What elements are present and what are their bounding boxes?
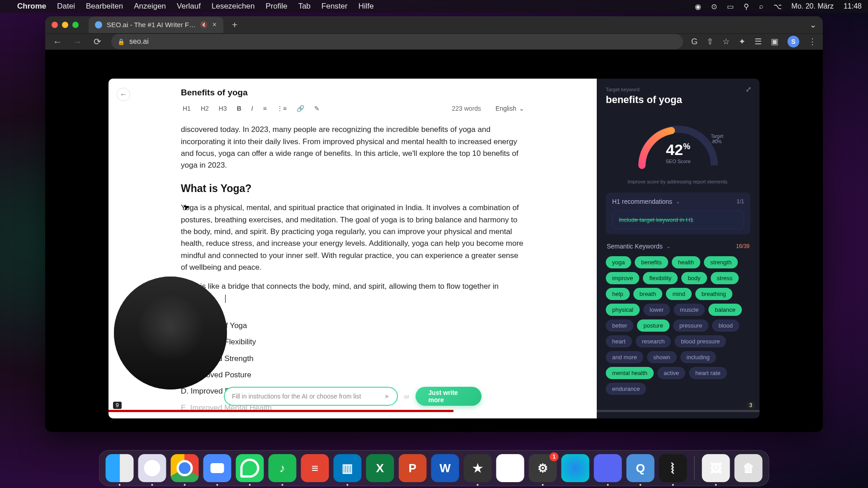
keyword-pill[interactable]: mind [666, 288, 691, 300]
tabs-dropdown-icon[interactable]: ⌄ [810, 20, 816, 30]
dock-preview-icon[interactable]: 🖼 [702, 454, 730, 482]
keyword-pill[interactable]: body [681, 272, 707, 284]
new-tab-button[interactable]: + [228, 18, 241, 32]
wifi-icon[interactable]: ⚲ [744, 2, 749, 11]
menu-tab[interactable]: Tab [298, 2, 311, 11]
dock-trello-icon[interactable]: ▥ [334, 454, 362, 482]
toolbar-h2[interactable]: H2 [199, 104, 211, 113]
menubar-time[interactable]: 11:48 [844, 2, 862, 10]
video-timeline[interactable]: 9 3 [108, 410, 760, 412]
keyword-pill[interactable]: research [636, 335, 671, 347]
keyword-pill[interactable]: strength [704, 256, 738, 268]
menubar-date[interactable]: Mo. 20. März [792, 2, 834, 10]
dock-discord-icon[interactable] [594, 454, 622, 482]
keyword-pill[interactable]: health [672, 256, 700, 268]
keyword-pill[interactable]: blood [712, 319, 739, 332]
dock-safari-icon[interactable] [138, 454, 166, 482]
control-center-icon[interactable]: ⌥ [774, 2, 782, 11]
toolbar-bold[interactable]: B [235, 104, 243, 113]
dock-spotify-icon[interactable]: ♪ [269, 454, 297, 482]
window-minimize-button[interactable] [62, 22, 68, 28]
browser-tab[interactable]: SEO.ai - The #1 AI Writer F… 🔇 ✕ [89, 17, 223, 33]
menu-datei[interactable]: Datei [57, 2, 75, 11]
menu-profile[interactable]: Profile [265, 2, 287, 11]
menu-bearbeiten[interactable]: Bearbeiten [86, 2, 123, 11]
nav-back-button[interactable]: ← [52, 37, 63, 47]
language-selector[interactable]: English ⌄ [495, 105, 524, 112]
nav-forward-button[interactable]: → [71, 37, 83, 47]
tab-mute-icon[interactable]: 🔇 [200, 21, 208, 28]
dock-voice-memos-icon[interactable]: ⦚ [659, 454, 687, 482]
dock-whatsapp-icon[interactable] [236, 454, 264, 482]
chrome-menu-icon[interactable]: ⋮ [808, 37, 816, 47]
menu-fenster[interactable]: Fenster [321, 2, 348, 11]
active-app-name[interactable]: Chrome [17, 2, 46, 11]
sidebar-expand-icon[interactable]: ⤢ [745, 85, 751, 94]
google-lens-icon[interactable]: G [691, 37, 698, 47]
toolbar-ordered-list-icon[interactable]: ≡ [261, 104, 269, 113]
dock-finder-icon[interactable] [106, 454, 134, 482]
dock-drive-icon[interactable]: ▲ [496, 454, 524, 482]
dock-zoom-icon[interactable] [203, 454, 231, 482]
document-body[interactable]: discovered today. In 2023, many people a… [181, 117, 524, 414]
outline-item[interactable]: C. Improved Posture [181, 369, 524, 381]
dock-settings-icon[interactable]: ⚙1 [529, 454, 557, 482]
document-title[interactable]: Benefits of yoga [181, 88, 524, 102]
dock-siri-icon[interactable] [561, 454, 590, 482]
record-icon[interactable]: ◉ [695, 2, 701, 11]
profile-avatar[interactable]: S [788, 36, 799, 47]
keyword-pill[interactable]: lower [643, 304, 670, 316]
keyword-pill[interactable]: balance [708, 304, 742, 316]
toolbar-ai-icon[interactable]: ✎ [312, 104, 321, 113]
menu-anzeigen[interactable]: Anzeigen [134, 2, 166, 11]
ai-prompt-input[interactable]: Fill in instructions for the AI or choos… [224, 387, 398, 406]
keyword-pill[interactable]: breathing [695, 288, 732, 300]
play-status-icon[interactable]: ⊙ [711, 2, 717, 11]
menu-verlauf[interactable]: Verlauf [177, 2, 201, 11]
paragraph-bridge[interactable]: Yoga is like a bridge that connects the … [181, 281, 524, 305]
outline-item[interactable]: B. Improved Strength [181, 353, 524, 365]
toolbar-unordered-list-icon[interactable]: ⋮≡ [275, 104, 288, 113]
sidepanel-icon[interactable]: ▣ [771, 37, 778, 47]
paragraph-intro[interactable]: discovered today. In 2023, many people a… [181, 124, 524, 171]
keyword-pill[interactable]: help [606, 288, 630, 300]
bookmark-icon[interactable]: ☆ [722, 37, 730, 47]
menu-lesezeichen[interactable]: Lesezeichen [212, 2, 255, 11]
window-close-button[interactable] [52, 22, 58, 28]
keyword-pill[interactable]: better [606, 319, 633, 332]
keyword-pill[interactable]: endurance [606, 383, 646, 395]
dock-word-icon[interactable]: W [431, 454, 459, 482]
toolbar-link-icon[interactable]: 🔗 [295, 104, 306, 113]
dock-chrome-icon[interactable] [171, 454, 199, 482]
dock-excel-icon[interactable]: X [366, 454, 394, 482]
dock-imovie-icon[interactable]: ★ [464, 454, 492, 482]
spotlight-icon[interactable]: ⌕ [759, 2, 764, 10]
window-fullscreen-button[interactable] [72, 22, 79, 28]
heading-what-is-yoga[interactable]: What is Yoga? [181, 181, 524, 197]
dock-trash-icon[interactable]: 🗑 [735, 454, 763, 482]
keyword-pill[interactable]: physical [606, 304, 640, 316]
reading-list-icon[interactable]: ☰ [755, 37, 762, 47]
keyword-pill[interactable]: stress [711, 272, 739, 284]
ai-send-icon[interactable]: ➤ [384, 393, 390, 400]
keyword-pill[interactable]: flexibility [643, 272, 678, 284]
dock-quicktime-icon[interactable]: Q [627, 454, 655, 482]
tab-close-icon[interactable]: ✕ [212, 21, 217, 28]
menu-hilfe[interactable]: Hilfe [359, 2, 374, 11]
keyword-pill[interactable]: blood pressure [675, 335, 726, 347]
nav-reload-button[interactable]: ⟳ [91, 36, 103, 47]
keyword-pill[interactable]: posture [637, 319, 669, 332]
keyword-pill[interactable]: and more [606, 351, 643, 363]
h1-recommendation-item[interactable]: Include target keyword in H1 [612, 211, 744, 229]
toolbar-h3[interactable]: H3 [217, 104, 229, 113]
address-bar[interactable]: 🔒 seo.ai [111, 34, 683, 49]
keyword-pill[interactable]: muscle [674, 304, 705, 316]
dock-todoist-icon[interactable]: ≡ [301, 454, 329, 482]
keyword-pill[interactable]: improve [606, 272, 639, 284]
toolbar-h1[interactable]: H1 [181, 104, 193, 113]
keyword-pill[interactable]: pressure [673, 319, 709, 332]
keyword-pill[interactable]: yoga [606, 256, 631, 268]
keyword-pill[interactable]: mental health [606, 367, 654, 379]
toolbar-italic[interactable]: I [250, 104, 255, 113]
dock-powerpoint-icon[interactable]: P [399, 454, 427, 482]
